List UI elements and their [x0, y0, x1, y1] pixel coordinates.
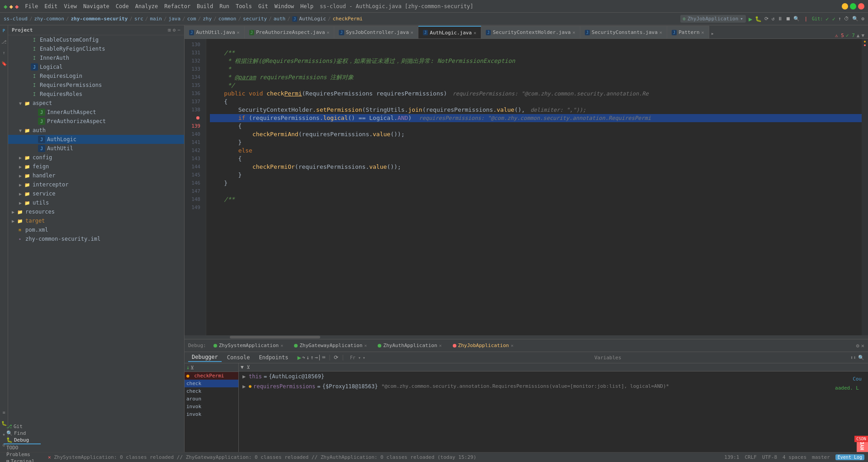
- sidebar-item-utils-folder[interactable]: ▶ 📁 utils: [8, 198, 184, 207]
- expand-editor[interactable]: ▼: [861, 33, 864, 38]
- tab-close-auth-logic[interactable]: ✕: [474, 30, 476, 35]
- tab-close-security-constants[interactable]: ✕: [659, 30, 662, 35]
- breadcrumb-zhy[interactable]: zhy: [203, 16, 212, 22]
- breadcrumb-authlogic[interactable]: AuthLogic: [299, 16, 326, 22]
- sidebar-item-interceptor-folder[interactable]: ▶ 📁 interceptor: [8, 180, 184, 189]
- sidebar-item-requires-login[interactable]: I RequiresLogin: [8, 71, 184, 81]
- stack-filter[interactable]: ⊻: [190, 365, 194, 371]
- debug-frame-around[interactable]: aroun: [185, 395, 238, 403]
- sidebar-item-inner-auth[interactable]: I InnerAuth: [8, 53, 184, 62]
- debug-session-zhygateway[interactable]: ZhyGatewayApplication ✕: [290, 342, 370, 349]
- menu-navigate[interactable]: Navigate: [81, 2, 112, 10]
- sidebar-item-logical[interactable]: J Logical: [8, 62, 184, 71]
- breadcrumb-checkpermi[interactable]: checkPermi: [332, 16, 362, 22]
- breadcrumb-src[interactable]: src: [134, 16, 143, 22]
- step-into-button[interactable]: ↓: [306, 354, 309, 361]
- debug-frame-check3[interactable]: check: [185, 387, 238, 395]
- debug-frame-invoke[interactable]: invok: [185, 403, 238, 410]
- menu-git[interactable]: Git: [256, 2, 271, 10]
- run-to-cursor-button[interactable]: →|: [315, 354, 321, 361]
- menu-run[interactable]: Run: [217, 2, 232, 10]
- sidebar-item-feign-folder[interactable]: ▶ 📁 feign: [8, 162, 184, 171]
- sidebar-item-requires-permissions[interactable]: I RequiresPermissions: [8, 81, 184, 90]
- tab-console[interactable]: Console: [223, 353, 254, 362]
- debug-settings-icon[interactable]: ⚙: [856, 343, 859, 349]
- run-button[interactable]: ▶: [749, 15, 752, 23]
- resume-button[interactable]: ▶: [297, 354, 301, 361]
- breadcrumb-auth[interactable]: auth: [274, 16, 286, 22]
- maximize-button[interactable]: [850, 3, 856, 10]
- sidebar-item-inner-auth-aspect[interactable]: J InnerAuthAspect: [8, 108, 184, 117]
- menu-refactor[interactable]: Refactor: [161, 2, 193, 10]
- menu-view[interactable]: View: [61, 2, 80, 10]
- tab-debugger[interactable]: Debugger: [188, 353, 222, 362]
- tab-close-auth-util[interactable]: ✕: [237, 30, 240, 35]
- sidebar-item-target-folder[interactable]: ▶ 📁 target: [8, 216, 184, 225]
- menu-file[interactable]: File: [22, 2, 41, 10]
- breadcrumb-com[interactable]: com: [187, 16, 196, 22]
- sort-vars-button[interactable]: ⬆⬇: [850, 355, 856, 361]
- tab-overflow-arrow[interactable]: ▸: [709, 29, 716, 38]
- menu-help[interactable]: Help: [298, 2, 316, 10]
- tab-auth-util[interactable]: J AuthUtil.java ✕: [185, 26, 245, 38]
- debug-close-icon[interactable]: ✕: [861, 343, 864, 349]
- activity-bookmark[interactable]: 🔖: [0, 60, 8, 67]
- breadcrumb-common[interactable]: common: [218, 16, 237, 22]
- menu-analyze[interactable]: Analyze: [133, 2, 161, 10]
- debug-session-zhysystem[interactable]: ZhySystemApplication ✕: [210, 342, 287, 349]
- step-out-button[interactable]: ↑: [310, 354, 313, 361]
- evaluate-button[interactable]: ⌨: [322, 354, 325, 361]
- bottom-tab-find[interactable]: 🔍 Find: [4, 430, 41, 437]
- breadcrumb-security2[interactable]: security: [243, 16, 267, 22]
- sidebar-item-config-folder[interactable]: ▶ 📁 config: [8, 153, 184, 162]
- sidebar-item-resources-folder[interactable]: ▶ 📁 resources: [8, 207, 184, 216]
- sidebar-item-enable-custom-config[interactable]: I EnableCustomConfig: [8, 35, 184, 44]
- sidebar-item-pre-authorize-aspect[interactable]: J PreAuthorizeAspect: [8, 117, 184, 126]
- sidebar-item-service-folder[interactable]: ▶ 📁 service: [8, 189, 184, 198]
- event-log-button[interactable]: Event Log: [835, 454, 864, 460]
- step-over-button[interactable]: ↷: [302, 354, 305, 361]
- tab-auth-logic[interactable]: J AuthLogic.java ✕: [418, 26, 481, 38]
- menu-edit[interactable]: Edit: [42, 2, 60, 10]
- close-button[interactable]: [858, 3, 864, 10]
- sidebar-tool-sort[interactable]: ⊞: [168, 27, 171, 33]
- tab-pattern[interactable]: J Pattern ✕: [667, 26, 709, 38]
- collapse-editor[interactable]: ▲: [857, 33, 860, 38]
- bottom-tab-todo[interactable]: TODO: [4, 444, 41, 451]
- menu-build[interactable]: Build: [194, 2, 216, 10]
- menu-code[interactable]: Code: [113, 2, 132, 10]
- debug-run-button[interactable]: 🐛: [755, 16, 762, 22]
- minimize-button[interactable]: [842, 3, 848, 10]
- tab-security-constants[interactable]: J SecurityConstants.java ✕: [580, 26, 667, 38]
- sidebar-item-handler-folder[interactable]: ▶ 📁 handler: [8, 171, 184, 180]
- run-config-selector[interactable]: ⚙ ZhyJobApplication ▾: [680, 15, 746, 23]
- sidebar-tool-collapse[interactable]: −: [177, 27, 180, 33]
- variable-requires-permissions[interactable]: ▶ ● requiresPermissions = {$Proxy118@185…: [239, 381, 868, 391]
- sidebar-tool-settings[interactable]: ⚙: [173, 27, 176, 33]
- activity-vcs[interactable]: ⎇: [0, 38, 8, 45]
- tab-sys-job-controller[interactable]: J SysJobController.java ✕: [334, 26, 418, 38]
- tab-endpoints[interactable]: Endpoints: [255, 353, 292, 362]
- activity-commit[interactable]: ↑: [0, 49, 8, 56]
- sidebar-item-enable-ry-feign[interactable]: I EnableRyFeignClients: [8, 44, 184, 53]
- breadcrumb-java[interactable]: java: [169, 16, 181, 22]
- tab-close-sys-job-controller[interactable]: ✕: [411, 30, 413, 35]
- sidebar-item-aspect-folder[interactable]: ▼ 📁 aspect: [8, 99, 184, 108]
- activity-structure[interactable]: ≡: [0, 409, 8, 416]
- debug-frame-checkpermi[interactable]: ● checkPermi: [185, 372, 238, 380]
- sidebar-item-pom-xml[interactable]: m pom.xml: [8, 225, 184, 234]
- debug-session-zhyjob[interactable]: ZhyJobApplication ✕: [449, 342, 517, 349]
- bottom-tab-git[interactable]: ⎇ Git: [4, 423, 41, 430]
- tab-close-security-context-holder[interactable]: ✕: [573, 30, 575, 35]
- activity-project[interactable]: P: [0, 27, 8, 34]
- breadcrumb-main[interactable]: main: [150, 16, 162, 22]
- tab-security-context-holder[interactable]: J SecurityContextHolder.java ✕: [481, 26, 580, 38]
- sidebar-item-auth-folder[interactable]: ▼ 📁 auth: [8, 126, 184, 135]
- tab-close-pattern[interactable]: ✕: [702, 30, 704, 35]
- variable-this[interactable]: ▶ this = {AuthLogic@18569}: [239, 372, 868, 381]
- breadcrumb-ss-cloud[interactable]: ss-cloud: [4, 16, 28, 22]
- code-content[interactable]: /** * 根据注解(@RequiresPermissions)鉴权，如果验证未…: [206, 39, 862, 335]
- debug-frame-invoke2[interactable]: invok: [185, 410, 238, 418]
- sidebar-item-auth-logic[interactable]: J AuthLogic: [8, 135, 184, 144]
- debug-frame-check2[interactable]: check: [185, 380, 238, 387]
